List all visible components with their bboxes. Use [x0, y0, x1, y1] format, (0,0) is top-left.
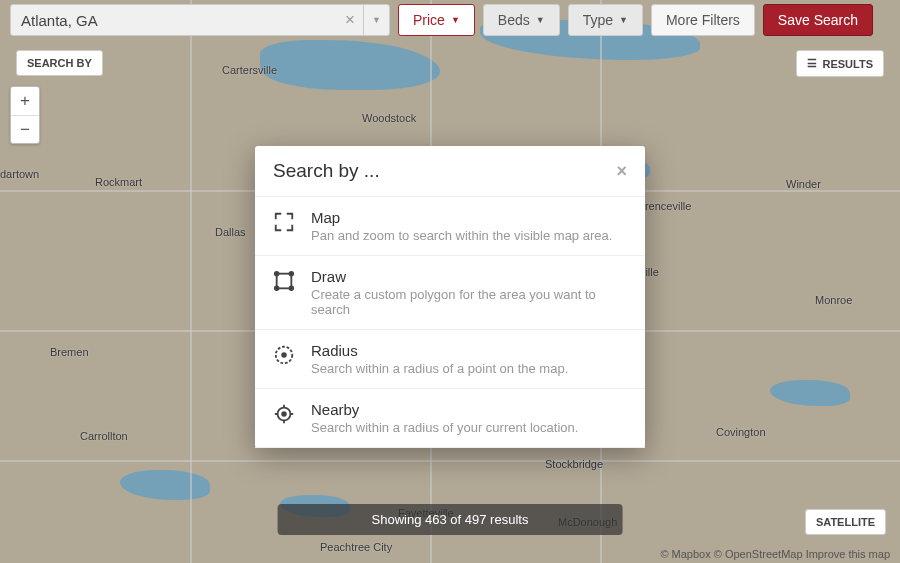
polygon-icon — [273, 270, 295, 292]
type-label: Type — [583, 12, 613, 28]
chevron-down-icon: ▼ — [372, 15, 381, 25]
zoom-control: + − — [10, 86, 40, 144]
svg-point-3 — [275, 287, 279, 291]
svg-point-4 — [290, 287, 294, 291]
locate-icon — [273, 403, 295, 425]
clear-icon[interactable]: × — [337, 10, 363, 30]
option-desc: Search within a radius of a point on the… — [311, 361, 568, 376]
option-title: Radius — [311, 342, 568, 359]
chevron-down-icon: ▼ — [451, 15, 460, 25]
save-search-button[interactable]: Save Search — [763, 4, 873, 36]
beds-label: Beds — [498, 12, 530, 28]
svg-point-2 — [290, 272, 294, 276]
option-title: Map — [311, 209, 612, 226]
results-label: RESULTS — [822, 58, 873, 70]
list-icon: ☰ — [807, 57, 817, 70]
results-button[interactable]: ☰RESULTS — [796, 50, 884, 77]
satellite-toggle-button[interactable]: SATELLITE — [805, 509, 886, 535]
zoom-in-button[interactable]: + — [11, 87, 39, 115]
close-icon[interactable]: × — [616, 161, 627, 182]
location-search: × ▼ — [10, 4, 390, 36]
search-option-draw[interactable]: DrawCreate a custom polygon for the area… — [255, 256, 645, 330]
more-filters-button[interactable]: More Filters — [651, 4, 755, 36]
expand-icon — [273, 211, 295, 233]
modal-title: Search by ... — [273, 160, 380, 182]
price-label: Price — [413, 12, 445, 28]
location-input[interactable] — [11, 12, 337, 29]
modal-header: Search by ... × — [255, 146, 645, 197]
search-option-nearby[interactable]: NearbySearch within a radius of your cur… — [255, 389, 645, 448]
svg-rect-0 — [277, 274, 292, 289]
radius-icon — [273, 344, 295, 366]
svg-point-6 — [282, 353, 286, 357]
beds-filter-button[interactable]: Beds▼ — [483, 4, 560, 36]
search-by-button[interactable]: SEARCH BY — [16, 50, 103, 76]
results-count-snackbar: Showing 463 of 497 results — [278, 504, 623, 535]
top-toolbar: × ▼ Price▼ Beds▼ Type▼ More Filters Save… — [10, 4, 890, 36]
svg-point-1 — [275, 272, 279, 276]
chevron-down-icon: ▼ — [619, 15, 628, 25]
chevron-down-icon: ▼ — [536, 15, 545, 25]
map-attribution: © Mapbox © OpenStreetMap Improve this ma… — [660, 548, 890, 560]
option-desc: Pan and zoom to search within the visibl… — [311, 228, 612, 243]
option-title: Nearby — [311, 401, 578, 418]
search-dropdown-toggle[interactable]: ▼ — [363, 5, 389, 35]
option-desc: Create a custom polygon for the area you… — [311, 287, 627, 317]
search-option-map[interactable]: MapPan and zoom to search within the vis… — [255, 197, 645, 256]
type-filter-button[interactable]: Type▼ — [568, 4, 643, 36]
search-by-modal: Search by ... × MapPan and zoom to searc… — [255, 146, 645, 448]
zoom-out-button[interactable]: − — [11, 115, 39, 143]
price-filter-button[interactable]: Price▼ — [398, 4, 475, 36]
search-option-radius[interactable]: RadiusSearch within a radius of a point … — [255, 330, 645, 389]
option-title: Draw — [311, 268, 627, 285]
svg-point-8 — [282, 412, 286, 416]
option-desc: Search within a radius of your current l… — [311, 420, 578, 435]
